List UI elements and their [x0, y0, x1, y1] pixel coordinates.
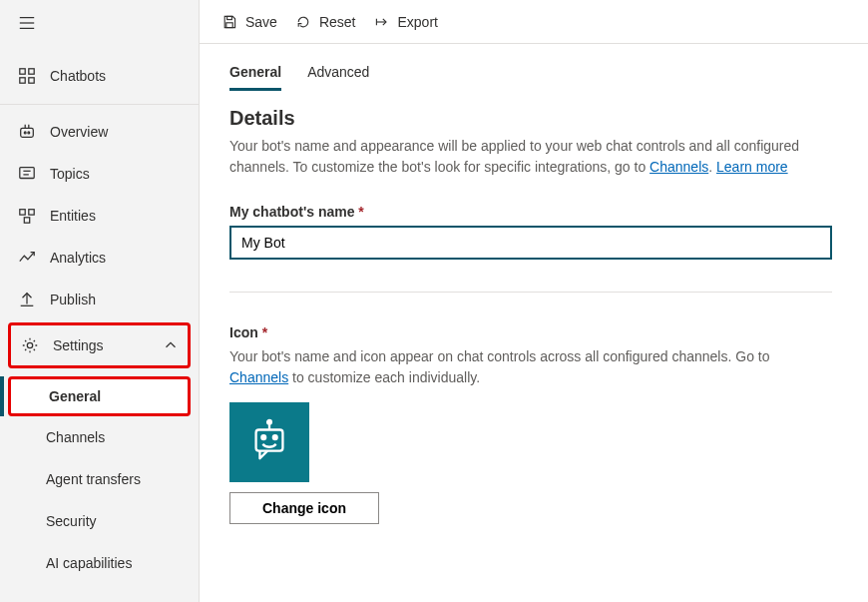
grid-icon — [18, 67, 36, 85]
svg-rect-5 — [20, 78, 25, 83]
nav-chatbots[interactable]: Chatbots — [0, 48, 199, 105]
svg-point-11 — [28, 132, 30, 134]
svg-rect-17 — [24, 218, 29, 223]
reset-icon — [295, 14, 311, 30]
chevron-up-icon — [162, 336, 180, 354]
nav-entities[interactable]: Entities — [0, 195, 199, 237]
nav-overview[interactable]: Overview — [0, 111, 199, 153]
required-asterisk: * — [262, 324, 267, 340]
sub-channels-label: Channels — [46, 429, 105, 445]
nav-publish[interactable]: Publish — [0, 279, 199, 320]
export-button[interactable]: Export — [374, 14, 438, 30]
svg-point-28 — [261, 435, 265, 439]
sub-ai-capabilities[interactable]: AI capabilities — [0, 542, 199, 584]
icon-description: Your bot's name and icon appear on chat … — [229, 346, 832, 388]
gear-icon — [21, 336, 39, 354]
required-asterisk: * — [358, 204, 363, 220]
svg-rect-4 — [29, 69, 34, 74]
sub-general[interactable]: General — [8, 376, 191, 416]
svg-rect-6 — [29, 78, 34, 83]
details-punct: . — [708, 159, 716, 175]
channels-link-2[interactable]: Channels — [229, 369, 288, 385]
tabs: General Advanced — [229, 64, 838, 91]
tab-advanced-label: Advanced — [307, 64, 369, 80]
content: General Advanced Details Your bot's name… — [200, 44, 868, 554]
reset-label: Reset — [319, 14, 356, 30]
save-button[interactable]: Save — [221, 14, 277, 30]
icon-desc-text1: Your bot's name and icon appear on chat … — [229, 348, 770, 364]
svg-rect-15 — [20, 210, 25, 215]
tab-general[interactable]: General — [229, 64, 281, 91]
svg-rect-7 — [21, 128, 34, 137]
sub-ai-capabilities-label: AI capabilities — [46, 555, 132, 571]
topics-icon — [18, 165, 36, 183]
save-label: Save — [245, 14, 277, 30]
nav-settings[interactable]: Settings — [8, 322, 191, 368]
name-field: My chatbot's name * — [229, 204, 838, 260]
svg-rect-16 — [29, 210, 34, 215]
sub-agent-transfers-label: Agent transfers — [46, 471, 141, 487]
nav-topics[interactable]: Topics — [0, 153, 199, 195]
reset-button[interactable]: Reset — [295, 14, 356, 30]
svg-point-26 — [267, 419, 271, 423]
tab-general-label: General — [229, 64, 281, 80]
svg-point-29 — [273, 435, 277, 439]
settings-subgroup: General Channels Agent transfers Securit… — [0, 376, 199, 584]
nav-overview-label: Overview — [50, 124, 108, 140]
entities-icon — [18, 207, 36, 225]
save-icon — [221, 14, 237, 30]
nav-entities-label: Entities — [50, 208, 96, 224]
tab-advanced[interactable]: Advanced — [307, 64, 369, 91]
name-field-label: My chatbot's name * — [229, 204, 364, 220]
toolbar: Save Reset Export — [200, 0, 868, 44]
publish-icon — [18, 291, 36, 308]
svg-rect-12 — [20, 168, 34, 179]
svg-rect-22 — [226, 22, 232, 27]
sub-channels[interactable]: Channels — [0, 416, 199, 458]
sub-agent-transfers[interactable]: Agent transfers — [0, 458, 199, 500]
nav-topics-label: Topics — [50, 166, 90, 182]
learn-more-link[interactable]: Learn more — [716, 159, 788, 175]
export-label: Export — [398, 14, 438, 30]
chatbot-name-input[interactable] — [229, 226, 832, 260]
bot-icon — [246, 418, 292, 467]
nav-chatbots-label: Chatbots — [50, 68, 106, 84]
svg-rect-3 — [20, 69, 25, 74]
details-heading: Details — [229, 107, 838, 130]
overview-icon — [18, 123, 36, 141]
main: Save Reset Export General Ad — [200, 0, 868, 602]
icon-desc-text2: to customize each individually. — [288, 369, 480, 385]
nav-analytics[interactable]: Analytics — [0, 237, 199, 279]
sub-security[interactable]: Security — [0, 500, 199, 542]
name-field-label-text: My chatbot's name — [229, 204, 354, 220]
bot-icon-preview — [229, 402, 309, 482]
details-description: Your bot's name and appearance will be a… — [229, 136, 838, 178]
sidebar: Chatbots Overview Topics Entities — [0, 0, 200, 602]
nav-analytics-label: Analytics — [50, 250, 106, 266]
hamburger-icon[interactable] — [18, 14, 36, 35]
separator — [229, 292, 832, 293]
channels-link[interactable]: Channels — [650, 159, 708, 175]
svg-point-20 — [27, 342, 32, 347]
export-icon — [374, 14, 390, 30]
svg-point-10 — [24, 132, 26, 134]
analytics-icon — [18, 249, 36, 267]
nav-settings-label: Settings — [53, 337, 104, 353]
nav-publish-label: Publish — [50, 292, 96, 307]
icon-field-label: Icon * — [229, 324, 267, 340]
icon-field-label-text: Icon — [229, 324, 258, 340]
sub-general-label: General — [49, 388, 101, 404]
change-icon-button[interactable]: Change icon — [229, 492, 379, 524]
svg-rect-21 — [227, 16, 232, 19]
sub-security-label: Security — [46, 513, 97, 529]
